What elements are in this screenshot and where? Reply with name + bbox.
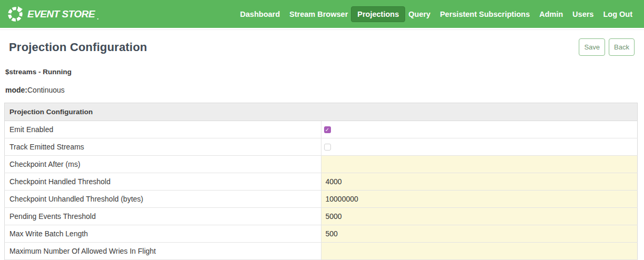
save-button[interactable]: Save (579, 38, 605, 56)
projection-status: $streams - Running (5, 68, 644, 76)
checkbox-checked-icon[interactable]: ✓ (324, 126, 331, 133)
nav-item-stream-browser[interactable]: Stream Browser (289, 10, 348, 18)
checkbox-unchecked[interactable] (324, 144, 331, 151)
config-label: Max Write Batch Length (5, 225, 321, 243)
config-label: Pending Events Threshold (5, 208, 321, 225)
config-value-input[interactable] (321, 173, 638, 190)
nav-item-log-out[interactable]: Log Out (603, 10, 632, 18)
projection-mode: mode:Continuous (5, 86, 644, 94)
table-row: Checkpoint Unhandled Threshold (bytes) (5, 191, 638, 208)
header-buttons: Save Back (579, 38, 635, 56)
nav-items: DashboardStream BrowserProjectionsQueryP… (240, 6, 632, 22)
config-label: Checkpoint Unhandled Threshold (bytes) (5, 191, 321, 208)
back-button[interactable]: Back (609, 38, 635, 56)
table-header-row: Projection Configuration (5, 103, 638, 121)
page-title: Projection Configuration (9, 41, 147, 54)
config-label: Maximum Number Of Allowed Wries In Fligh… (5, 243, 321, 260)
config-value-input[interactable] (321, 156, 638, 173)
table-row: Maximum Number Of Allowed Wries In Fligh… (5, 243, 638, 260)
table-row: Emit Enabled✓ (5, 121, 638, 138)
brand-dot: . (97, 14, 98, 21)
table-header-label: Projection Configuration (5, 103, 638, 121)
brand[interactable]: EVENT STORE . (7, 6, 99, 22)
event-store-logo-icon (7, 6, 23, 22)
nav-item-users[interactable]: Users (572, 10, 593, 18)
config-value-input[interactable] (321, 208, 638, 225)
config-label: Emit Enabled (5, 121, 321, 138)
nav-item-query[interactable]: Query (408, 10, 430, 18)
config-value-input[interactable] (321, 225, 638, 242)
config-label: Checkpoint After (ms) (5, 156, 321, 173)
nav-item-dashboard[interactable]: Dashboard (240, 10, 280, 18)
table-row: Track Emitted Streams (5, 138, 638, 156)
nav-item-projections[interactable]: Projections (351, 6, 405, 22)
config-label: Checkpoint Handled Threshold (5, 173, 321, 191)
main-content: Projection Configuration Save Back $stre… (0, 30, 644, 260)
config-value-input[interactable] (321, 243, 638, 259)
table-row: Checkpoint Handled Threshold (5, 173, 638, 191)
config-value-input[interactable] (321, 191, 638, 207)
brand-text: EVENT STORE (27, 8, 95, 20)
table-row: Checkpoint After (ms) (5, 156, 638, 173)
config-label: Track Emitted Streams (5, 138, 321, 156)
navbar: EVENT STORE . DashboardStream BrowserPro… (0, 0, 644, 28)
table-row: Pending Events Threshold (5, 208, 638, 225)
mode-value: Continuous (27, 86, 65, 94)
page-header: Projection Configuration Save Back (0, 30, 644, 56)
mode-label: mode: (5, 86, 27, 94)
nav-item-persistent-subscriptions[interactable]: Persistent Subscriptions (440, 10, 530, 18)
config-table-body: Emit Enabled✓Track Emitted StreamsCheckp… (5, 121, 638, 260)
nav-item-admin[interactable]: Admin (539, 10, 563, 18)
table-row: Max Write Batch Length (5, 225, 638, 243)
config-table: Projection Configuration Emit Enabled✓Tr… (4, 103, 638, 260)
